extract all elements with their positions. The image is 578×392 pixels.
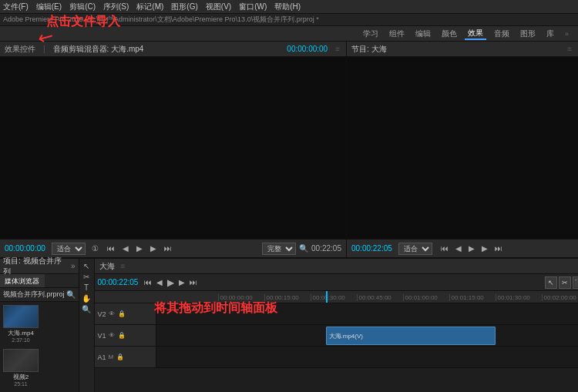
track-v2-lock[interactable]: 🔒 xyxy=(117,310,126,317)
timeline-playhead xyxy=(326,291,328,303)
source-next-btn[interactable]: ⏭ xyxy=(162,243,174,253)
project-item-0-thumb-inner xyxy=(4,306,38,327)
track-v1-clip[interactable]: 大海.mp4(V) xyxy=(326,327,496,345)
main-layout: 效果控件 | 音频剪辑混音器: 大海.mp4 00:00:00:00 ≡ 00:… xyxy=(0,42,578,257)
ruler-mark-5: 00:01:15:00 xyxy=(449,294,496,301)
menu-help[interactable]: 帮助(H) xyxy=(274,2,301,12)
source-complete-dropdown[interactable]: 完整 xyxy=(262,243,296,255)
project-panel-tabs: 媒体浏览器 xyxy=(0,274,79,288)
menu-clip[interactable]: 剪辑(C) xyxy=(69,2,96,12)
import-annotation-text: 点击文件导入 xyxy=(46,15,120,28)
tl-play[interactable]: ▶ xyxy=(166,277,176,288)
project-search-btn[interactable]: 🔍 xyxy=(66,290,76,299)
source-preview-controls: 00:00:00:00 适合 ① ⏮ ◀ ▶ ▶ ⏭ 完整 🔍 00:22:05 xyxy=(0,239,346,257)
project-item-0[interactable]: 大海.mp4 2:37:10 xyxy=(3,305,39,346)
program-next-btn[interactable]: ⏭ xyxy=(492,243,505,253)
project-expand-btn[interactable]: » xyxy=(71,262,76,270)
menu-graphics[interactable]: 图形(G) xyxy=(171,2,197,12)
tl-tool-3[interactable]: ⬛ xyxy=(573,276,578,289)
project-item-1[interactable]: 视频2 25:11 xyxy=(3,349,39,390)
track-v1-lock[interactable]: 🔒 xyxy=(117,332,126,339)
track-v2-eye[interactable]: 👁 xyxy=(108,310,116,317)
project-item-1-thumb-inner xyxy=(4,350,38,371)
ruler-mark-3: 00:00:45:00 xyxy=(357,294,403,301)
track-a1-mute[interactable]: M xyxy=(108,353,115,360)
timeline-tracks: V2 👁 🔒 V1 👁 🔒 大海.mp4(V) xyxy=(95,303,578,392)
program-prev-btn[interactable]: ⏮ xyxy=(439,243,451,253)
tl-step-fwd[interactable]: ▶ xyxy=(177,278,187,286)
tl-go-start[interactable]: ⏮ xyxy=(143,278,153,286)
program-preview-controls: 00:00:22:05 适合 ⏮ ◀ ▶ ▶ ⏭ xyxy=(347,239,578,257)
tab-library[interactable]: 库 xyxy=(543,28,557,39)
source-timecode-ctrl[interactable]: 00:00:00:00 xyxy=(5,244,45,253)
source-play-btn[interactable]: ▶ xyxy=(134,243,145,253)
timeline-title: 大海 xyxy=(99,261,115,272)
track-v1-label: V1 xyxy=(98,332,106,340)
program-fit-dropdown[interactable]: 适合 xyxy=(398,243,432,255)
project-item-1-thumb xyxy=(3,349,39,372)
annotation-drag: 将其拖动到时间轴面板 xyxy=(154,300,277,317)
tool-select[interactable]: ↖ xyxy=(82,262,91,270)
program-play-btn[interactable]: ▶ xyxy=(466,243,477,253)
tool-zoom-tl[interactable]: 🔍 xyxy=(80,305,92,313)
source-video-preview xyxy=(0,57,346,239)
source-preview-dark xyxy=(0,57,346,239)
tl-tool-2[interactable]: ✂ xyxy=(559,276,571,289)
annotation-import: 点击文件导入 ↙ xyxy=(46,14,120,30)
program-step-fwd-btn[interactable]: ▶ xyxy=(479,243,490,253)
project-tab-media[interactable]: 媒体浏览器 xyxy=(0,274,45,287)
project-panel-header: 项目: 视频合并序列 » xyxy=(0,259,79,274)
tl-step-back[interactable]: ◀ xyxy=(155,278,164,286)
menu-view[interactable]: 视图(V) xyxy=(206,2,231,12)
menu-window[interactable]: 窗口(W) xyxy=(239,2,267,12)
menu-sequence[interactable]: 序列(S) xyxy=(103,2,129,12)
source-timecode: 00:00:00:00 xyxy=(287,45,328,53)
source-step-fwd-btn[interactable]: ▶ xyxy=(148,243,159,253)
source-panel-title[interactable]: 音频剪辑混音器: 大海.mp4 xyxy=(53,44,281,55)
menu-file[interactable]: 文件(F) xyxy=(3,2,29,12)
ruler-mark-4: 00:01:00:00 xyxy=(403,294,449,301)
track-v2-header: V2 👁 🔒 xyxy=(95,303,156,324)
ruler-mark-7: 00:02:00:00 xyxy=(542,294,578,301)
track-a1-content[interactable] xyxy=(156,347,578,367)
tabs-chevron[interactable]: » xyxy=(562,30,572,38)
tool-razor[interactable]: ✂ xyxy=(82,273,91,281)
program-step-back-btn[interactable]: ◀ xyxy=(453,243,464,253)
drag-annotation-text: 将其拖动到时间轴面板 xyxy=(154,301,277,314)
tool-type[interactable]: T xyxy=(82,283,90,292)
tl-go-end[interactable]: ⏭ xyxy=(188,278,199,286)
tab-effects[interactable]: 效果 xyxy=(465,28,486,40)
source-panel-header: 效果控件 | 音频剪辑混音器: 大海.mp4 00:00:00:00 ≡ xyxy=(0,42,346,57)
track-a1-lock[interactable]: 🔒 xyxy=(116,353,125,360)
tool-hand[interactable]: ✋ xyxy=(80,294,92,303)
tl-tool-1[interactable]: ↖ xyxy=(545,276,557,289)
timeline-tools: ↖ ✂ T ✋ 🔍 xyxy=(79,259,95,392)
tab-color[interactable]: 颜色 xyxy=(439,28,460,39)
project-item-0-label: 大海.mp4 xyxy=(8,329,34,337)
menu-marker[interactable]: 标记(M) xyxy=(136,2,163,12)
track-v1-eye[interactable]: 👁 xyxy=(108,332,116,339)
effects-control-label[interactable]: 效果控件 xyxy=(5,44,35,55)
tab-learn[interactable]: 学习 xyxy=(360,28,381,39)
bottom-section: 项目: 视频合并序列 » 媒体浏览器 视频合并序列.prproj 🔍 大海.mp… xyxy=(0,257,578,392)
program-panel: 节目: 大海 ≡ 00:00:22:05 适合 ⏮ ◀ ▶ ▶ ⏭ xyxy=(347,42,578,257)
program-timecode[interactable]: 00:00:22:05 xyxy=(351,244,392,253)
project-item-1-label: 视频2 xyxy=(13,373,29,381)
timeline-panel: ↖ ✂ T ✋ 🔍 大海 ≡ 00:00:22:05 ⏮ ◀ ▶ ▶ ⏭ ↖ xyxy=(79,259,578,392)
project-panel: 项目: 视频合并序列 » 媒体浏览器 视频合并序列.prproj 🔍 大海.mp… xyxy=(0,259,79,392)
source-zoom: ① xyxy=(92,244,99,253)
program-video-preview xyxy=(347,57,578,239)
project-item-0-duration: 2:37:10 xyxy=(12,337,29,343)
menu-bar: 文件(F) 编辑(E) 剪辑(C) 序列(S) 标记(M) 图形(G) 视图(V… xyxy=(0,0,578,14)
timeline-timecode[interactable]: 00:00:22:05 xyxy=(98,278,139,286)
source-prev-btn[interactable]: ⏮ xyxy=(105,243,117,253)
tab-component[interactable]: 组件 xyxy=(386,28,408,39)
timeline-inner: 大海 ≡ 00:00:22:05 ⏮ ◀ ▶ ▶ ⏭ ↖ ✂ ⬛ 00:00: xyxy=(95,259,578,392)
source-step-back-btn[interactable]: ◀ xyxy=(120,243,131,253)
tab-audio[interactable]: 音频 xyxy=(491,28,512,39)
source-fit-dropdown[interactable]: 适合 xyxy=(52,243,86,255)
menu-edit[interactable]: 编辑(E) xyxy=(36,2,62,12)
tab-graphics[interactable]: 图形 xyxy=(517,28,539,39)
track-v1-content[interactable]: 大海.mp4(V) xyxy=(156,325,578,346)
tab-edit[interactable]: 编辑 xyxy=(412,28,434,39)
